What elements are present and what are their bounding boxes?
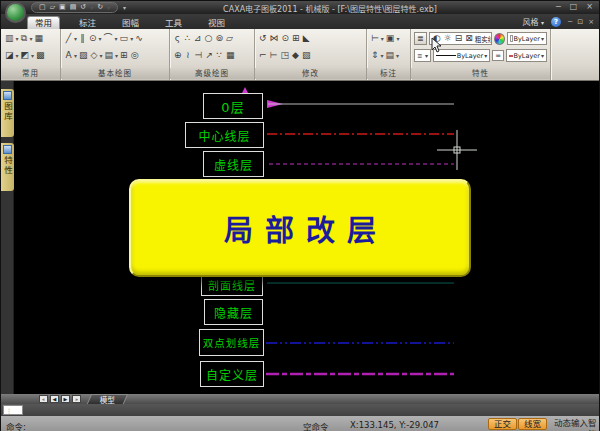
help-icon[interactable]: ? — [551, 17, 561, 27]
layer-box-double-dashdot[interactable]: 双点划线层 — [199, 329, 264, 356]
grid-icon[interactable]: ⊞ — [119, 50, 129, 61]
last-sheet-button[interactable]: » — [72, 395, 81, 403]
circle-icon[interactable]: ⊙ — [88, 33, 98, 44]
minimize-button[interactable]: ─ — [556, 2, 561, 11]
save-icon[interactable]: ▣ — [59, 4, 66, 11]
insert-object-icon[interactable]: ▦ — [34, 33, 45, 44]
ellipse-icon-dropdown[interactable]: ▾ — [115, 53, 118, 59]
layer-box-section[interactable]: 剖面线层 — [201, 274, 263, 296]
command-input[interactable]: ⋮ — [3, 405, 23, 415]
new-file-icon[interactable]: ▢ — [39, 4, 46, 11]
dimension-icon[interactable]: ⊢ — [370, 33, 380, 44]
linewidth-toggle[interactable]: 线宽 — [518, 418, 547, 430]
stretch-icon[interactable]: ▧ — [301, 50, 312, 61]
drawing-canvas[interactable]: 0层 中心线层 虚线层 剖面线层 隐藏层 双点划线层 自定义层 局部改层 — [14, 81, 597, 394]
smart-snap-toggle[interactable]: 智能 ▾ — [583, 418, 600, 430]
dots-icon[interactable]: ∵ — [215, 50, 224, 61]
layer-freeze-icon[interactable]: ☼ — [443, 33, 453, 44]
lineweight-combo[interactable]: ≡ ▾ — [414, 49, 431, 62]
app-logo-icon[interactable] — [5, 2, 26, 23]
undo-icon[interactable]: ↺ — [80, 4, 86, 11]
arrow-draw-icon[interactable]: ↗ — [204, 50, 214, 61]
stamp-icon-dropdown[interactable]: ▾ — [31, 53, 34, 59]
dimension-icon-dropdown[interactable]: ▾ — [381, 36, 384, 42]
linewidth-icon[interactable]: = — [492, 50, 504, 61]
format-brush-icon[interactable]: ◪ — [4, 50, 15, 61]
copy-icon[interactable]: ⧉ — [20, 33, 29, 44]
image-icon[interactable]: ▩ — [35, 50, 46, 61]
style-dropdown[interactable]: 风格 ▾ — [522, 16, 544, 27]
mdi-restore-button[interactable]: ⊡ — [577, 18, 583, 26]
text-icon-dropdown[interactable]: ▾ — [74, 53, 77, 59]
gear-draw-icon[interactable]: ⊚ — [214, 33, 224, 44]
offset-icon[interactable]: ◣ — [302, 33, 311, 44]
polygon-icon[interactable]: ◇ — [90, 50, 99, 61]
sheet-tab-model[interactable]: 模型 — [87, 394, 128, 404]
rectangle-icon-dropdown[interactable]: ▾ — [130, 36, 133, 42]
point-icon[interactable]: ∴ — [183, 33, 192, 44]
text-icon[interactable]: A — [64, 50, 73, 61]
redo-icon-dropdown[interactable]: ▾ — [107, 5, 110, 11]
layer-lock-icon[interactable]: ⊠ — [464, 33, 474, 44]
layer-box-hidden[interactable]: 隐藏层 — [204, 299, 263, 325]
chamfer-icon[interactable]: ◆ — [291, 50, 300, 61]
quick-access-dropdown-icon[interactable]: ▾ — [123, 4, 126, 11]
circle-icon-dropdown[interactable]: ▾ — [99, 36, 102, 42]
tab-annotation[interactable]: 标注 — [72, 17, 103, 30]
prev-sheet-button[interactable]: ◀ — [50, 395, 59, 403]
dim-style-icon[interactable]: ▣ — [385, 33, 396, 44]
mdi-close-button[interactable]: × — [588, 18, 594, 26]
line-icon-dropdown[interactable]: ▾ — [74, 36, 77, 42]
dim-edit-icon-dropdown[interactable]: ▾ — [396, 53, 399, 59]
axis-icon[interactable]: ⊕ — [173, 50, 183, 61]
next-sheet-button[interactable]: ▶ — [61, 395, 70, 403]
copy-icon-dropdown[interactable]: ▾ — [30, 36, 33, 42]
angle-line-icon[interactable]: ⊿ — [193, 33, 203, 44]
polygon-icon-dropdown[interactable]: ▾ — [100, 53, 103, 59]
array-icon[interactable]: ⊞ — [291, 33, 301, 44]
dim-edit-icon[interactable]: ▤ — [385, 50, 396, 61]
dim-vertical-icon-dropdown[interactable]: ▾ — [381, 53, 384, 59]
arc-icon[interactable]: ⌒ — [103, 33, 114, 44]
linewidth-combo[interactable]: ByLayer ▾ — [506, 49, 547, 62]
dock-tab-library[interactable]: 图库 — [1, 89, 14, 137]
ellipse-icon[interactable]: ▤ — [104, 50, 115, 61]
first-sheet-button[interactable]: « — [39, 395, 48, 403]
line-icon[interactable]: ╱ — [64, 33, 73, 44]
corner-icon[interactable]: ◳ — [279, 50, 290, 61]
redo-icon[interactable]: ↻ — [97, 4, 103, 11]
block-icon[interactable]: ▱ — [225, 33, 234, 44]
layer-print-icon[interactable]: ⊟ — [454, 33, 464, 44]
restore-button[interactable]: □ — [570, 2, 578, 11]
arc-icon-dropdown[interactable]: ▾ — [115, 36, 118, 42]
extend-icon[interactable]: ⊢ — [269, 50, 279, 61]
dock-tab-properties[interactable]: 特性 — [1, 143, 14, 191]
rotate-icon[interactable]: ↺ — [258, 33, 268, 44]
mdi-minimize-button[interactable]: ─ — [568, 18, 572, 26]
stamp-icon[interactable]: ◩ — [20, 50, 31, 61]
circle2-icon[interactable]: ○ — [204, 33, 214, 44]
print-icon[interactable]: ▤ — [70, 4, 77, 11]
break-line-icon[interactable]: ⊣ — [194, 50, 204, 61]
tab-view[interactable]: 视图 — [201, 17, 232, 30]
tab-tools[interactable]: 工具 — [158, 17, 189, 30]
close-button[interactable]: × — [586, 2, 593, 11]
dim-vertical-icon[interactable]: ⇕ — [370, 50, 380, 61]
color-combo[interactable]: ByLayer ▾ — [507, 32, 547, 45]
tab-common[interactable]: 常用 — [27, 16, 60, 30]
paste-icon-dropdown[interactable]: ▾ — [16, 36, 19, 42]
open-file-icon[interactable]: ▱ — [50, 4, 55, 11]
layer-box-custom[interactable]: 自定义层 — [200, 361, 264, 387]
parallel-line-icon[interactable]: ∥ — [78, 33, 87, 44]
mirror-icon[interactable]: ⋈ — [269, 33, 280, 44]
tab-sheet[interactable]: 图幅 — [115, 17, 146, 30]
scale-icon[interactable]: ⊙ — [281, 33, 291, 44]
layer-box-0[interactable]: 0层 — [203, 93, 263, 119]
spline-icon[interactable]: ∿ — [134, 33, 144, 44]
rectangle-icon[interactable]: ▭ — [119, 33, 130, 44]
trim-icon[interactable]: ⌐ — [258, 50, 268, 61]
undo-icon-dropdown[interactable]: ▾ — [90, 5, 93, 11]
layer-box-dashed[interactable]: 虚线层 — [203, 151, 264, 177]
color-wheel-icon[interactable] — [494, 33, 505, 45]
layer-box-center[interactable]: 中心线层 — [185, 122, 264, 148]
